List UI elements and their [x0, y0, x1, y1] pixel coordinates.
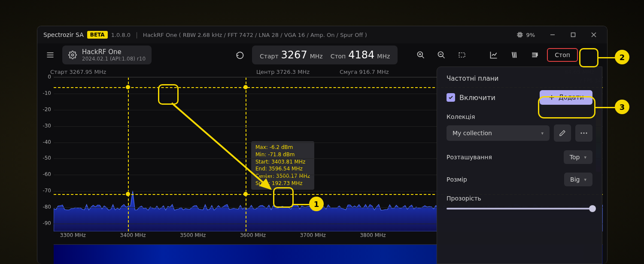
- titlebar: Spectrozir SA BETA 1.0.8.0 | HackRF One …: [37, 26, 607, 43]
- dots-icon: [580, 132, 587, 134]
- chevron-down-icon: ▾: [584, 177, 586, 182]
- start-label: Старт: [260, 53, 279, 60]
- marker-tl[interactable]: [126, 85, 130, 89]
- check-icon: [448, 95, 453, 100]
- svg-rect-1: [519, 34, 521, 36]
- callout-1: 1: [309, 197, 324, 211]
- svg-line-15: [443, 56, 445, 58]
- stop-label: Стоп: [331, 53, 346, 60]
- device-sub: 2024.02.1 (API:1.08) r10: [82, 56, 146, 62]
- info-start: Старт 3267.95 MHz: [50, 69, 256, 75]
- zoom-in-button[interactable]: [412, 46, 429, 64]
- slider-thumb[interactable]: [589, 205, 596, 212]
- device-name: HackRF One: [82, 48, 146, 56]
- pencil-icon: [559, 130, 566, 137]
- svg-rect-0: [518, 33, 522, 36]
- marker-tr[interactable]: [243, 85, 248, 89]
- collection-select[interactable]: My collection ▾: [447, 125, 550, 141]
- undo-button[interactable]: [231, 46, 249, 64]
- zoom-out-button[interactable]: [433, 46, 450, 64]
- fit-button[interactable]: [453, 46, 471, 64]
- info-band: Смуга 916.7 MHz: [340, 69, 389, 75]
- info-center: Центр 3726.3 MHz: [256, 69, 310, 75]
- svg-point-24: [536, 54, 538, 55]
- svg-point-28: [583, 133, 585, 134]
- cpu-icon: [516, 31, 523, 38]
- beta-badge: BETA: [87, 31, 108, 39]
- callout-line-2: [598, 57, 617, 58]
- freqplan-panel: Частотні плани Включити Додати Колекція …: [437, 67, 602, 264]
- marker-bl[interactable]: [126, 192, 130, 196]
- stop-button[interactable]: Стоп: [547, 48, 578, 62]
- svg-line-19: [514, 52, 515, 58]
- device-summary: HackRF One ( RBW 2.68 kHz / FFT 7472 / L…: [143, 32, 367, 38]
- start-value: 3267: [281, 49, 307, 61]
- app-version: 1.0.8.0: [111, 32, 131, 38]
- y-axis: 0-10-20-30-40-50-60-70-80-90: [37, 77, 54, 231]
- toolbar: HackRF One 2024.02.1 (API:1.08) r10 Стар…: [37, 43, 607, 67]
- cpu-pct: 9%: [526, 32, 535, 38]
- callout-3: 3: [615, 100, 629, 114]
- close-button[interactable]: [586, 27, 601, 42]
- panel-title: Частотні плани: [447, 75, 592, 82]
- crosshair-left: [128, 77, 129, 231]
- svg-rect-17: [459, 53, 465, 57]
- position-label: Розташування: [447, 154, 492, 161]
- menu-button[interactable]: [42, 46, 59, 64]
- freq-card[interactable]: Старт 3267 MHz Стоп 4184 MHz: [252, 46, 398, 64]
- svg-rect-3: [571, 33, 575, 37]
- svg-point-27: [581, 133, 582, 134]
- arrow-icon: [167, 99, 283, 197]
- svg-point-29: [586, 133, 587, 134]
- minimize-button[interactable]: [545, 27, 560, 42]
- enable-checkbox[interactable]: [447, 93, 455, 102]
- enable-label: Включити: [459, 94, 495, 102]
- callout-line-1: [292, 204, 311, 205]
- gear-icon: [68, 51, 77, 59]
- more-button[interactable]: [575, 124, 592, 142]
- maximize-button[interactable]: [566, 27, 580, 42]
- svg-point-9: [72, 54, 74, 56]
- chevron-down-icon: ▾: [541, 130, 544, 136]
- size-select[interactable]: Big ▾: [564, 173, 592, 186]
- chevron-down-icon: ▾: [584, 155, 586, 160]
- svg-line-11: [422, 56, 424, 58]
- app-window: Spectrozir SA BETA 1.0.8.0 | HackRF One …: [37, 26, 608, 264]
- opacity-label: Прозорість: [447, 195, 592, 202]
- add-button[interactable]: Додати: [540, 90, 592, 105]
- position-select[interactable]: Top ▾: [564, 150, 592, 164]
- callout-2: 2: [615, 50, 629, 64]
- svg-line-20: [516, 52, 516, 58]
- size-label: Розмір: [447, 176, 467, 183]
- app-name: Spectrozir SA: [43, 31, 84, 38]
- edit-button[interactable]: [554, 124, 571, 142]
- waterfall-button[interactable]: [506, 46, 523, 64]
- opacity-slider[interactable]: [447, 208, 592, 209]
- plus-icon: [548, 94, 555, 101]
- stop-value: 4184: [348, 49, 374, 61]
- device-card[interactable]: HackRF One 2024.02.1 (API:1.08) r10: [62, 46, 152, 64]
- freqplan-button[interactable]: [526, 46, 544, 64]
- callout-line-3: [595, 107, 616, 108]
- collection-label: Колекція: [447, 113, 592, 120]
- cpu-usage: 9%: [516, 31, 535, 38]
- svg-line-18: [512, 52, 513, 58]
- svg-line-31: [172, 103, 270, 189]
- chart-button[interactable]: [485, 46, 502, 64]
